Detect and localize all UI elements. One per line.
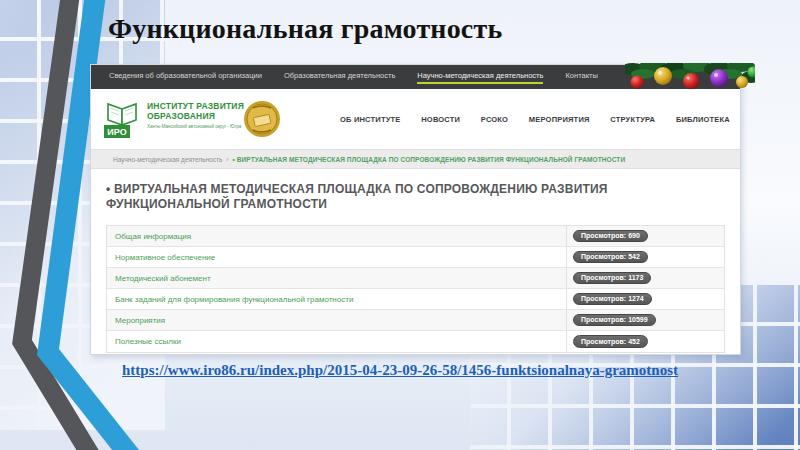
slide: Функциональная грамотность Сведения об о…	[0, 0, 800, 450]
views-badge: Просмотров: 10599	[573, 314, 656, 327]
page-content: • ВИРТУАЛЬНАЯ МЕТОДИЧЕСКАЯ ПЛОЩАДКА ПО С…	[91, 169, 740, 353]
topnav-item-methodical-activity[interactable]: Научно-методическая деятельность	[417, 71, 543, 84]
table-row: Мероприятия Просмотров: 10599	[107, 310, 724, 331]
topnav-item-org-info[interactable]: Сведения об образовательной организации	[109, 71, 262, 84]
breadcrumb: Научно-методическая деятельность › • ВИР…	[91, 149, 740, 169]
breadcrumb-current: • ВИРТУАЛЬНАЯ МЕТОДИЧЕСКАЯ ПЛОЩАДКА ПО С…	[233, 156, 626, 163]
logo-name-line2: ОБРАЗОВАНИЯ	[147, 112, 244, 122]
menu-item-about[interactable]: ОБ ИНСТИТУТЕ	[340, 115, 401, 124]
menu-item-news[interactable]: НОВОСТИ	[421, 115, 460, 124]
table-row: Методический абонемент Просмотров: 1173	[107, 268, 724, 289]
row-link[interactable]: Мероприятия	[107, 316, 566, 325]
logo-text: ИНСТИТУТ РАЗВИТИЯ ОБРАЗОВАНИЯ Ханты-Манс…	[147, 98, 244, 129]
topnav-item-edu-activity[interactable]: Образовательная деятельность	[284, 71, 395, 84]
row-link[interactable]: Полезные ссылки	[107, 337, 566, 346]
table-row: Банк заданий для формирования функционал…	[107, 289, 724, 310]
logo-abbr: ИРО	[107, 127, 126, 137]
views-badge: Просмотров: 452	[573, 335, 648, 348]
menu-item-library[interactable]: БИБЛИОТЕКА	[676, 115, 730, 124]
logo-region: Ханты-Мансийский автономный округ - Югра	[147, 124, 244, 129]
breadcrumb-parent-link[interactable]: Научно-методическая деятельность	[113, 156, 222, 163]
row-link[interactable]: Банк заданий для формирования функционал…	[107, 295, 566, 304]
award-medal-icon	[243, 99, 281, 139]
page-heading: • ВИРТУАЛЬНАЯ МЕТОДИЧЕСКАЯ ПЛОЩАДКА ПО С…	[106, 182, 696, 212]
views-badge: Просмотров: 690	[573, 230, 648, 243]
site-logo[interactable]: ИРО ИНСТИТУТ РАЗВИТИЯ ОБРАЗОВАНИЯ Ханты-…	[104, 98, 244, 140]
table-row: Полезные ссылки Просмотров: 452	[107, 331, 724, 352]
topnav-item-contacts[interactable]: Контакты	[565, 71, 597, 84]
breadcrumb-separator: ›	[226, 156, 228, 163]
row-link[interactable]: Методический абонемент	[107, 274, 566, 283]
links-table: Общая информация Просмотров: 690 Нормати…	[106, 225, 725, 353]
table-row: Нормативное обеспечение Просмотров: 542	[107, 247, 724, 268]
site-topnav: Сведения об образовательной организации …	[91, 65, 740, 89]
views-badge: Просмотров: 542	[573, 251, 648, 264]
menu-item-events[interactable]: МЕРОПРИЯТИЯ	[529, 115, 590, 124]
site-menu: ОБ ИНСТИТУТЕ НОВОСТИ РСОКО МЕРОПРИЯТИЯ С…	[340, 89, 730, 149]
row-link[interactable]: Общая информация	[107, 232, 566, 241]
source-url-link[interactable]: https://www.iro86.ru/index.php/2015-04-2…	[0, 362, 800, 379]
menu-item-structure[interactable]: СТРУКТУРА	[610, 115, 655, 124]
site-header: ИРО ИНСТИТУТ РАЗВИТИЯ ОБРАЗОВАНИЯ Ханты-…	[91, 89, 740, 149]
website-screenshot: Сведения об образовательной организации …	[90, 64, 741, 355]
row-link[interactable]: Нормативное обеспечение	[107, 253, 566, 262]
slide-title: Функциональная грамотность	[108, 13, 502, 45]
menu-item-rsoko[interactable]: РСОКО	[481, 115, 508, 124]
logo-book-icon: ИРО	[104, 98, 142, 140]
views-badge: Просмотров: 1173	[573, 272, 651, 285]
views-badge: Просмотров: 1274	[573, 293, 652, 306]
table-row: Общая информация Просмотров: 690	[107, 226, 724, 247]
